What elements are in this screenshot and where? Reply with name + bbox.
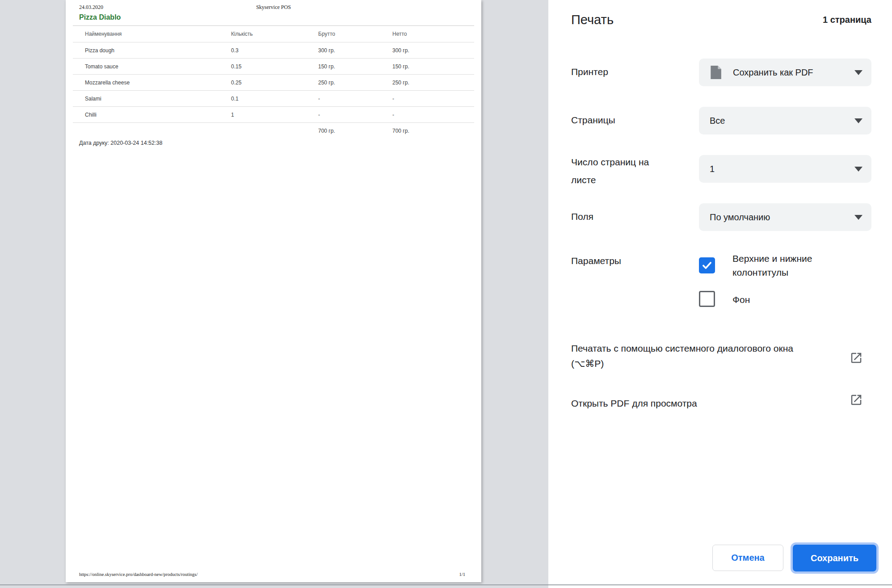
col-header-name: Найменування	[73, 31, 231, 37]
table-row: Tomato sauce 0.15 150 гр. 150 гр.	[73, 59, 474, 75]
cell-brutto: 250 гр.	[318, 80, 392, 86]
options-label: Параметры	[571, 256, 621, 266]
ingredients-table: Найменування Кількість Брутто Нетто Pizz…	[73, 25, 474, 139]
cell-netto: 300 гр.	[392, 47, 474, 54]
table-row: Chilli 1 - -	[73, 107, 474, 123]
col-header-netto: Нетто	[392, 31, 474, 37]
print-date-line: Дата друку: 2020-03-24 14:52:38	[79, 140, 162, 146]
document-title: Pizza Diablo	[79, 13, 121, 21]
cell-qty: 0.15	[231, 63, 318, 70]
cell-netto: -	[392, 112, 474, 118]
table-row: Salami 0.1 - -	[73, 91, 474, 107]
cell-name: Mozzarella cheese	[73, 80, 231, 86]
save-button-focus-ring: Сохранить	[791, 542, 879, 574]
cell-brutto: -	[318, 96, 392, 102]
checkmark-icon	[701, 260, 713, 271]
cell-name: Tomato sauce	[73, 63, 231, 70]
printer-select[interactable]: Сохранить как PDF	[699, 59, 871, 86]
headers-footers-checkbox-label: Верхние и нижние колонтитулы	[732, 252, 849, 279]
page-footer-page-number: 1/1	[459, 572, 465, 577]
cell-total-netto: 700 гр.	[392, 128, 474, 134]
cell-qty: 1	[231, 112, 318, 118]
pages-per-sheet-value: 1	[710, 164, 715, 174]
col-header-brutto: Брутто	[318, 31, 392, 37]
table-row: Pizza dough 0.3 300 гр. 300 гр.	[73, 42, 474, 59]
sheet-count: 1 страница	[823, 15, 871, 25]
col-header-qty: Кількість	[231, 31, 318, 37]
margins-value: По умолчанию	[710, 212, 770, 223]
cell-qty: 0.25	[231, 80, 318, 86]
chevron-down-icon	[854, 118, 863, 123]
printer-label: Принтер	[571, 67, 608, 77]
cell-netto: 250 гр.	[392, 80, 474, 86]
cell-brutto: -	[318, 112, 392, 118]
cell-qty: 0.3	[231, 47, 318, 54]
dialog-title: Печать	[571, 13, 614, 27]
table-header-row: Найменування Кількість Брутто Нетто	[73, 26, 474, 42]
chevron-down-icon	[854, 167, 863, 172]
window-bottom-edge	[0, 584, 892, 585]
pdf-file-icon	[710, 66, 721, 79]
background-checkbox-label: Фон	[732, 293, 867, 307]
cell-brutto: 300 гр.	[318, 47, 392, 54]
table-row: Mozzarella cheese 0.25 250 гр. 250 гр.	[73, 75, 474, 91]
chevron-down-icon	[854, 70, 863, 75]
headers-footers-checkbox[interactable]	[699, 257, 715, 273]
open-in-new-icon[interactable]	[850, 393, 863, 407]
preview-page: 24.03.2020 Skyservice POS Pizza Diablo Н…	[66, 0, 481, 582]
print-preview-area: 24.03.2020 Skyservice POS Pizza Diablo Н…	[0, 0, 548, 588]
margins-select[interactable]: По умолчанию	[699, 203, 871, 231]
page-footer-url: https://online.skyservice.pro/dashboard-…	[79, 572, 198, 577]
pages-label: Страницы	[571, 115, 615, 126]
pages-per-sheet-label: Число страниц на листе	[571, 153, 676, 189]
cell-total-brutto: 700 гр.	[318, 128, 392, 134]
pages-per-sheet-select[interactable]: 1	[699, 155, 871, 183]
chevron-down-icon	[854, 215, 863, 220]
cell-name: Salami	[73, 96, 231, 102]
open-pdf-link[interactable]: Открыть PDF для просмотра	[571, 396, 808, 411]
cell-brutto: 150 гр.	[318, 63, 392, 70]
cell-qty: 0.1	[231, 96, 318, 102]
save-button[interactable]: Сохранить	[793, 545, 876, 571]
cell-name: Chilli	[73, 112, 231, 118]
cell-netto: 150 гр.	[392, 63, 474, 70]
printer-value: Сохранить как PDF	[733, 67, 813, 78]
margins-label: Поля	[571, 211, 593, 222]
pages-value: Все	[710, 116, 725, 126]
print-dialog: Печать 1 страница Принтер Сохранить как …	[548, 0, 892, 588]
page-header-app-title: Skyservice POS	[66, 4, 481, 11]
cell-name: Pizza dough	[73, 47, 231, 54]
background-checkbox[interactable]	[699, 291, 715, 307]
open-in-new-icon[interactable]	[850, 351, 863, 365]
cell-netto: -	[392, 96, 474, 102]
pages-select[interactable]: Все	[699, 107, 871, 134]
table-totals-row: 700 гр. 700 гр.	[73, 123, 474, 139]
system-print-dialog-link[interactable]: Печатать с помощью системного диалоговог…	[571, 341, 808, 371]
cancel-button[interactable]: Отмена	[712, 545, 783, 571]
